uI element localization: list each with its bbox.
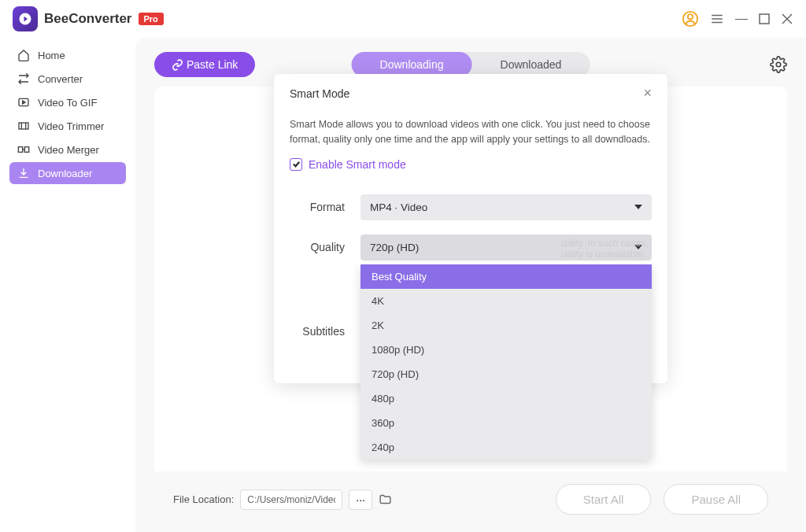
modal-close-button[interactable]: × xyxy=(643,85,652,102)
quality-option[interactable]: 1080p (HD) xyxy=(360,338,652,362)
start-all-button[interactable]: Start All xyxy=(556,484,652,515)
browse-button[interactable]: ··· xyxy=(349,490,372,510)
format-select[interactable]: MP4 · Video xyxy=(360,194,652,220)
quality-option[interactable]: Best Quality xyxy=(360,264,652,289)
sidebar-item-label: Video Trimmer xyxy=(38,120,104,132)
settings-icon[interactable] xyxy=(770,56,787,73)
close-button[interactable] xyxy=(781,13,793,25)
titlebar-right: — xyxy=(682,10,793,28)
quality-option[interactable]: 360p xyxy=(360,411,652,435)
quality-option[interactable]: 480p xyxy=(360,386,652,411)
file-location-input[interactable] xyxy=(240,490,342,510)
quality-option[interactable]: 2K xyxy=(360,313,652,338)
svg-rect-12 xyxy=(18,147,22,153)
sidebar-item-label: Downloader xyxy=(38,168,92,179)
chevron-down-icon xyxy=(634,205,642,209)
format-row: Format MP4 · Video xyxy=(290,194,652,220)
maximize-button[interactable] xyxy=(759,13,770,24)
main-panel: Paste Link Downloading Downloaded File L… xyxy=(135,38,806,532)
sidebar-item-video-to-gif[interactable]: Video To GIF xyxy=(9,91,126,113)
format-value: MP4 · Video xyxy=(370,201,427,213)
format-label: Format xyxy=(290,194,360,213)
sidebar-item-video-trimmer[interactable]: Video Trimmer xyxy=(9,115,126,137)
sidebar-item-label: Video To GIF xyxy=(38,97,97,109)
sidebar-item-label: Converter xyxy=(38,73,83,85)
modal-description: Smart Mode allows you to download videos… xyxy=(290,117,652,147)
quality-dropdown: Best Quality 4K 2K 1080p (HD) 720p (HD) … xyxy=(360,264,652,460)
svg-rect-9 xyxy=(19,123,28,129)
sidebar: Home Converter Video To GIF Video Trimme… xyxy=(0,38,135,532)
file-location-label: File Location: xyxy=(173,493,234,505)
quality-option[interactable]: 720p (HD) xyxy=(360,362,652,386)
open-folder-icon[interactable] xyxy=(379,493,392,506)
svg-rect-5 xyxy=(760,14,769,24)
minimize-button[interactable]: — xyxy=(735,12,748,26)
enable-smart-mode-row: Enable Smart mode xyxy=(290,158,652,171)
enable-smart-mode-label[interactable]: Enable Smart mode xyxy=(309,158,406,171)
sidebar-item-label: Home xyxy=(38,50,65,61)
paste-link-label: Paste Link xyxy=(187,58,238,71)
sidebar-item-downloader[interactable]: Downloader xyxy=(9,162,126,184)
sidebar-item-home[interactable]: Home xyxy=(9,44,126,66)
quality-option[interactable]: 4K xyxy=(360,289,652,313)
quality-row: Quality 720p (HD) uality. In such cases,… xyxy=(290,235,652,260)
modal-body: Smart Mode allows you to download videos… xyxy=(274,109,667,338)
enable-smart-mode-checkbox[interactable] xyxy=(290,158,302,171)
quality-option[interactable]: 240p xyxy=(360,435,652,460)
account-icon[interactable] xyxy=(682,10,699,28)
app-title: BeeConverter xyxy=(44,11,132,27)
subtitle-label: Subtitles xyxy=(290,319,360,338)
svg-point-1 xyxy=(688,14,693,19)
svg-rect-13 xyxy=(24,147,28,153)
smart-mode-modal: Smart Mode × Smart Mode allows you to do… xyxy=(274,74,667,383)
sidebar-item-video-merger[interactable]: Video Merger xyxy=(9,139,126,161)
sidebar-item-label: Video Merger xyxy=(38,144,99,156)
paste-link-button[interactable]: Paste Link xyxy=(154,52,255,77)
footer-left: File Location: ··· xyxy=(173,490,392,510)
footer: File Location: ··· Start All Pause All xyxy=(154,471,787,532)
sidebar-item-converter[interactable]: Converter xyxy=(9,68,126,90)
titlebar: BeeConverter Pro — xyxy=(0,0,806,38)
modal-header: Smart Mode × xyxy=(274,74,667,109)
app-logo xyxy=(13,6,38,31)
pro-badge: Pro xyxy=(139,13,164,25)
footer-right: Start All Pause All xyxy=(556,484,768,515)
menu-icon[interactable] xyxy=(710,12,724,26)
quality-hint-ghost: uality. In such cases, uality is unavail… xyxy=(561,238,649,260)
quality-label: Quality xyxy=(290,235,360,253)
svg-point-15 xyxy=(776,62,781,67)
modal-title: Smart Mode xyxy=(290,87,349,100)
pause-all-button[interactable]: Pause All xyxy=(664,484,768,515)
titlebar-left: BeeConverter Pro xyxy=(13,6,164,31)
quality-value: 720p (HD) xyxy=(370,242,419,253)
